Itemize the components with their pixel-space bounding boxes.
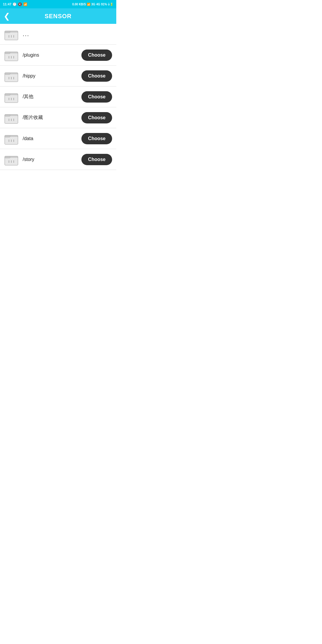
data-speed: 0.00 KB/S [72,3,86,6]
choose-button-hippy[interactable]: Choose [81,70,112,82]
folder-name-hippy: /hippy [23,73,81,79]
status-bar: 11:47 🕐 🔇 📶 0.00 KB/S 📶 3G 4G 91% ὐ‌🔋 [0,0,116,8]
folder-icon [4,112,18,124]
folder-name-story: /story [23,157,81,162]
choose-button-data[interactable]: Choose [81,133,112,144]
svg-rect-38 [5,156,10,158]
svg-rect-26 [5,114,10,116]
header: ❮ SENSOR [0,8,116,24]
folder-name-plugins: /plugins [23,52,81,58]
page-title: SENSOR [45,13,72,20]
bluetooth-icon: 📶 [23,2,27,6]
choose-button-plugins[interactable]: Choose [81,49,112,61]
folder-icon [4,49,18,61]
list-item: /plugins Choose [0,45,116,66]
file-list: ... /plugins Choose [0,24,116,170]
list-item: /data Choose [0,128,116,149]
folder-icon [4,91,18,103]
svg-rect-8 [5,52,10,54]
list-item: ... [0,24,116,45]
list-item: /其他 Choose [0,86,116,107]
silent-icon: 🔇 [18,2,22,6]
svg-rect-20 [5,94,10,95]
parent-folder-name: ... [23,31,112,38]
folder-icon [4,153,18,166]
battery: 91% [101,3,107,6]
alarm-icon: 🕐 [13,2,17,6]
list-item: /图片收藏 Choose [0,107,116,128]
choose-button-story[interactable]: Choose [81,154,112,165]
battery-icon: ὐ‌🔋 [108,3,113,6]
list-item: /hippy Choose [0,66,116,86]
folder-icon [4,70,18,82]
folder-name-data: /data [23,136,81,141]
svg-rect-32 [5,135,10,137]
back-button[interactable]: ❮ [4,12,10,20]
svg-rect-14 [5,73,10,75]
choose-button-pictures[interactable]: Choose [81,112,112,123]
svg-rect-2 [5,31,10,33]
choose-button-other[interactable]: Choose [81,91,112,103]
wifi-icon: 📶 [87,3,90,6]
folder-name-other: /其他 [23,94,81,100]
status-right: 0.00 KB/S 📶 3G 4G 91% ὐ‌🔋 [72,3,113,6]
signal-4g: 4G [96,3,100,6]
status-left: 11:47 🕐 🔇 📶 [3,2,27,6]
list-item: /story Choose [0,149,116,170]
folder-name-pictures: /图片收藏 [23,114,81,121]
signal-3g: 3G [91,3,95,6]
folder-icon [4,132,18,145]
folder-icon [4,28,18,41]
time: 11:47 [3,2,11,6]
